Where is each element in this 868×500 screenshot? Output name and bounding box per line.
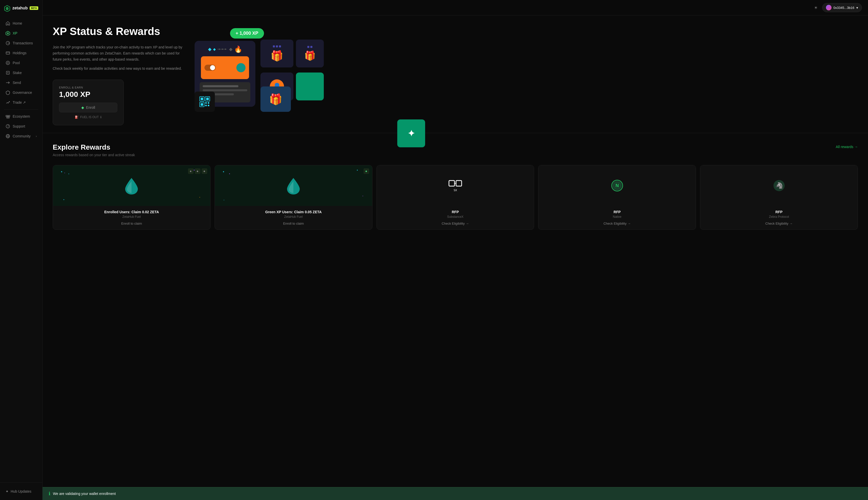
- reward-card-green-xp: ◆ ✦ ✦ ✦ • • Green XP Us: [214, 165, 373, 230]
- hero-section: XP Status & Rewards Join the XP program …: [43, 15, 868, 133]
- wallet-avatar: [826, 5, 832, 10]
- reward-card-zebra-action[interactable]: Check Eligibility →: [704, 221, 854, 225]
- reward-card-substancex: SX RFP SubstanceX Check Eligibility →: [376, 165, 534, 230]
- sidebar-item-trade[interactable]: Trade ↗: [1, 98, 41, 107]
- fuel-notice: ⛽ FUEL IS OUT ℹ: [59, 115, 117, 119]
- logo-icon: [4, 4, 10, 12]
- sidebar-item-pool-label: Pool: [13, 61, 20, 65]
- governance-icon: [5, 90, 10, 95]
- hub-updates-button[interactable]: ✦ Hub Updates: [1, 487, 41, 496]
- hub-updates-icon: ✦: [5, 489, 9, 493]
- svg-point-7: [7, 62, 9, 64]
- svg-rect-12: [7, 117, 8, 118]
- star1-icon: ✦: [60, 170, 62, 173]
- reward-card-substancex-img: SX: [377, 165, 534, 206]
- send-icon: [5, 80, 10, 85]
- sidebar-item-xp[interactable]: XP: [1, 29, 41, 38]
- hero-description-1: Join the XP program which tracks your on…: [53, 44, 185, 62]
- star10-icon: •: [363, 195, 363, 197]
- sidebar-item-ecosystem[interactable]: Ecosystem: [1, 112, 41, 121]
- fire-icon: 🔥: [234, 45, 242, 53]
- reward-card-native: N RFP Native Check Eligibility →: [538, 165, 696, 230]
- sidebar-item-community[interactable]: Community ›: [1, 131, 41, 141]
- enroll-button-label: Enroll: [86, 105, 95, 110]
- wallet-chevron-icon: ▾: [856, 6, 858, 10]
- sidebar-item-support-label: Support: [13, 124, 25, 128]
- sidebar-item-ecosystem-label: Ecosystem: [13, 114, 30, 118]
- wallet-button[interactable]: 0x3345...3b16 ▾: [822, 3, 862, 12]
- sidebar-item-send-label: Send: [13, 81, 21, 85]
- sidebar-item-governance[interactable]: Governance: [1, 88, 41, 98]
- sidebar-bottom: ✦ Hub Updates: [0, 482, 42, 500]
- ecosystem-icon: [5, 114, 10, 119]
- support-icon: [5, 124, 10, 128]
- sidebar-item-stake-label: Stake: [13, 71, 22, 75]
- xp-badge: + 1,000 XP: [230, 28, 264, 38]
- svg-point-20: [222, 49, 223, 50]
- reward-cards-container: ◆ ◆ ◆ ✦ ✦ ✦ ✦ • •: [53, 165, 858, 230]
- qr-icon-card: [195, 92, 215, 112]
- sidebar-item-pool[interactable]: Pool: [1, 58, 41, 68]
- svg-rect-30: [205, 105, 207, 106]
- star3-icon: ✦: [193, 169, 195, 171]
- reward-card-zebra-img: 🦓: [700, 165, 858, 206]
- svg-rect-23: [201, 98, 203, 100]
- dot1-icon: •: [64, 172, 65, 174]
- reward-card-enrolled-users: ◆ ◆ ◆ ✦ ✦ ✦ ✦ • •: [53, 165, 211, 230]
- reward-card-zebra-body: RFP Zebra Protocol Check Eligibility →: [700, 206, 858, 229]
- enroll-button[interactable]: ◆ Enroll: [59, 103, 117, 112]
- trade-icon: [5, 100, 10, 105]
- logo[interactable]: zetahub BETA: [0, 0, 42, 16]
- sidebar-item-transactions-label: Transactions: [13, 41, 33, 45]
- sidebar-item-support[interactable]: Support: [1, 122, 41, 131]
- reward-card-green-xp-action: Enroll to claim: [219, 221, 368, 225]
- substancex-logo-icon: SX: [448, 178, 463, 193]
- toggle-switch: [204, 65, 215, 71]
- enroll-xp-amount: 1,000 XP: [59, 90, 117, 99]
- beta-badge: BETA: [30, 6, 38, 10]
- hub-updates-label: Hub Updates: [11, 489, 32, 493]
- explore-subtitle: Access rewards based on your tier and ac…: [53, 153, 135, 157]
- explore-title: Explore Rewards: [53, 143, 135, 151]
- topbar: ☀ 0x3345...3b16 ▾: [43, 0, 868, 15]
- sidebar-item-home-label: Home: [13, 21, 22, 25]
- pool-icon: [5, 60, 10, 65]
- fuel-info-icon[interactable]: ℹ: [100, 115, 102, 119]
- gift-card-1: 🎁: [260, 39, 293, 67]
- sidebar-item-send[interactable]: Send: [1, 78, 41, 88]
- diamond1-icon: ◆: [208, 46, 212, 52]
- water-drop-1-icon: [124, 177, 139, 194]
- reward-card-substancex-action[interactable]: Check Eligibility →: [381, 221, 530, 225]
- star7-icon: ✦: [229, 173, 230, 175]
- svg-point-19: [219, 49, 220, 50]
- wallet-address: 0x3345...3b16: [834, 6, 854, 10]
- sidebar-item-trade-label: Trade ↗: [13, 100, 26, 104]
- gift1-icon: 🎁: [271, 50, 283, 62]
- reward-card-enrolled-action: Enroll to claim: [57, 221, 206, 225]
- sidebar-item-holdings[interactable]: Holdings: [1, 48, 41, 58]
- svg-point-14: [6, 125, 10, 128]
- all-rewards-link[interactable]: All rewards →: [836, 145, 858, 149]
- diamond2-icon: ◆: [213, 47, 216, 51]
- star2-icon: ✦: [68, 173, 69, 175]
- reward-card-green-xp-body: Green XP Users: Claim 0.05 ZETA ZetaHub …: [215, 206, 372, 229]
- theme-toggle-button[interactable]: ☀: [812, 4, 819, 12]
- sidebar-item-transactions[interactable]: Transactions: [1, 38, 41, 48]
- sidebar-item-stake[interactable]: Stake: [1, 68, 41, 78]
- reward-card-green-xp-provider: ZetaHub Fuel: [219, 215, 368, 218]
- sidebar-item-home[interactable]: Home: [1, 19, 41, 28]
- svg-text:N: N: [615, 183, 619, 188]
- sidebar-item-community-label: Community: [13, 134, 31, 138]
- sidebar-item-governance-label: Governance: [13, 91, 32, 94]
- home-icon: [5, 21, 10, 26]
- toggle-card: [201, 56, 249, 79]
- reward-card-zebra-title: RFP: [704, 210, 854, 214]
- reward-card-native-action[interactable]: Check Eligibility →: [542, 221, 692, 225]
- sidebar: zetahub BETA Home XP: [0, 0, 43, 500]
- main-content: ☀ 0x3345...3b16 ▾ XP Status & Rewards Jo…: [43, 0, 868, 500]
- sidebar-item-holdings-label: Holdings: [13, 51, 26, 55]
- svg-text:🦓: 🦓: [775, 182, 783, 189]
- svg-point-6: [6, 61, 10, 65]
- fuel-illustration-1: ✦ ✦ ✦ ✦ • •: [53, 165, 210, 206]
- gift3-icon: 🎁: [269, 93, 282, 105]
